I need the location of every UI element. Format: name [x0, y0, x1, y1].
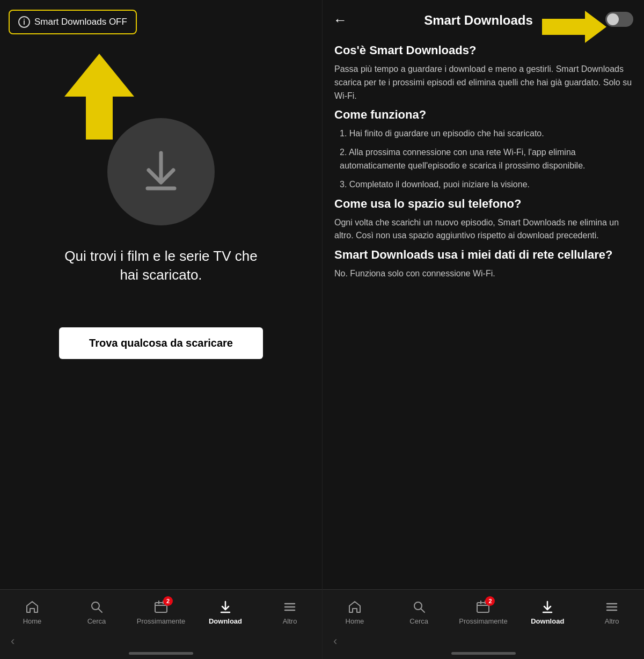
right-search-icon — [412, 599, 427, 614]
left-panel: i Smart Downloads OFF Qui trovi i film e… — [0, 0, 322, 659]
right-menu-icon — [604, 599, 619, 614]
menu-icon — [282, 599, 297, 614]
section-what: Cos'è Smart Downloads? Passa più tempo a… — [334, 43, 632, 102]
nav-label-download: Download — [209, 617, 242, 625]
right-nav-item-altro[interactable]: Altro — [580, 596, 644, 625]
nav-item-altro[interactable]: Altro — [258, 596, 322, 625]
right-header: ← Smart Downloads — [323, 0, 644, 38]
svg-marker-0 — [64, 54, 134, 140]
section-how: Come funziona? 1. Hai finito di guardare… — [334, 108, 632, 191]
right-nav-item-prossimamente[interactable]: 2 Prossimamente — [451, 596, 516, 625]
section-data-body: No. Funziona solo con connessione Wi-Fi. — [334, 267, 632, 281]
smart-downloads-toggle[interactable] — [605, 12, 633, 27]
right-nav-item-cerca[interactable]: Cerca — [387, 596, 451, 625]
right-nav-label-download: Download — [531, 617, 564, 625]
section-what-title: Cos'è Smart Downloads? — [334, 43, 632, 57]
right-nav-label-altro: Altro — [605, 617, 619, 625]
nav-item-cerca[interactable]: Cerca — [64, 596, 129, 625]
right-nav-item-download[interactable]: Download — [515, 596, 580, 625]
prossimamente-badge: 2 — [163, 596, 173, 606]
svg-marker-14 — [542, 11, 606, 43]
smart-downloads-toggle-wrapper — [605, 12, 633, 27]
how-step-2: 2. Alla prossima connessione con una ret… — [334, 146, 632, 173]
right-nav-item-home[interactable]: Home — [323, 596, 387, 625]
right-home-icon — [347, 599, 362, 614]
svg-line-4 — [99, 609, 103, 613]
how-step-1: 1. Hai finito di guardare un episodio ch… — [334, 127, 632, 141]
right-download-nav-icon — [540, 599, 555, 614]
nav-label-home: Home — [23, 617, 42, 625]
find-something-button[interactable]: Trova qualcosa da scaricare — [59, 327, 263, 359]
yellow-up-arrow — [64, 54, 134, 140]
section-space-body: Ogni volta che scarichi un nuovo episodi… — [334, 216, 632, 243]
prossimamente-icon: 2 — [153, 599, 169, 614]
right-nav-label-prossimamente: Prossimamente — [459, 617, 507, 625]
back-button[interactable]: ← — [333, 12, 347, 28]
yellow-right-arrow — [542, 11, 606, 43]
section-space-title: Come usa lo spazio sul telefono? — [334, 197, 632, 211]
nav-item-download[interactable]: Download — [193, 596, 258, 625]
left-chevron[interactable]: ‹ — [11, 634, 14, 648]
download-circle-icon — [137, 148, 185, 196]
home-indicator-left — [129, 652, 193, 655]
empty-text: Qui trovi i film e le serie TV che hai s… — [43, 247, 279, 284]
home-indicator-right — [451, 652, 516, 655]
svg-line-16 — [421, 609, 425, 613]
section-space: Come usa lo spazio sul telefono? Ogni vo… — [334, 197, 632, 243]
left-bottom-nav: Home Cerca 2 Prossim — [0, 589, 322, 659]
search-icon — [89, 599, 104, 614]
right-nav-label-home: Home — [346, 617, 364, 625]
nav-label-prossimamente: Prossimamente — [137, 617, 185, 625]
toggle-knob — [607, 13, 619, 25]
section-how-title: Come funziona? — [334, 108, 632, 122]
download-nav-icon — [218, 599, 233, 614]
right-prossimamente-icon: 2 — [475, 599, 491, 614]
right-prossimamente-badge: 2 — [485, 596, 495, 606]
right-content: Cos'è Smart Downloads? Passa più tempo a… — [323, 38, 644, 589]
nav-label-cerca: Cerca — [87, 617, 106, 625]
home-icon — [25, 599, 40, 614]
smart-downloads-badge[interactable]: i Smart Downloads OFF — [9, 10, 137, 34]
section-data: Smart Downloads usa i miei dati di rete … — [334, 248, 632, 281]
right-nav-label-cerca: Cerca — [409, 617, 428, 625]
right-bottom-nav: Home Cerca 2 Prossim — [323, 589, 644, 659]
how-step-3: 3. Completato il download, puoi iniziare… — [334, 178, 632, 192]
info-icon: i — [18, 16, 30, 28]
right-chevron[interactable]: ‹ — [333, 634, 337, 648]
badge-text: Smart Downloads OFF — [34, 17, 127, 27]
nav-item-prossimamente[interactable]: 2 Prossimamente — [129, 596, 193, 625]
right-panel: ← Smart Downloads Cos'è Smart Downloads?… — [322, 0, 644, 659]
section-what-body: Passa più tempo a guardare i download e … — [334, 63, 632, 102]
nav-label-altro: Altro — [283, 617, 297, 625]
section-data-title: Smart Downloads usa i miei dati di rete … — [334, 248, 632, 262]
nav-item-home[interactable]: Home — [0, 596, 64, 625]
